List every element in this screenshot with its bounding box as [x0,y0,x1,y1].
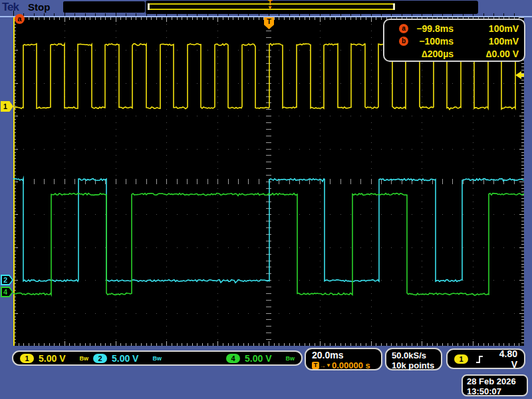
record-length: 10k points [392,360,441,370]
channel-1-badge[interactable]: 1 [20,354,34,363]
channel-2-bandwidth-icon: Bw [152,355,162,362]
trigger-position-marker[interactable]: T ▼ [265,0,275,10]
channel-1-scale: 5.00 V [39,353,65,364]
cursor-a-badge[interactable]: a [15,14,25,24]
channel-4-scale: 5.00 V [245,353,271,364]
channel-4-bandwidth-icon: Bw [286,355,295,362]
right-arrow-icon: → [319,362,326,369]
datetime-box: 28 Feb 2026 13:50:07 [462,374,528,396]
horizontal-position-value: 0.00000 s [332,360,370,370]
trigger-level-value: 4.80 V [491,348,517,370]
cursor-a-row: a −99.8ms 100mV [388,22,519,35]
horizontal-position: T→▼0.00000 s [312,360,381,370]
channel-readout-box[interactable]: 1 5.00 V Bw 2 5.00 V Bw 4 5.00 V Bw [12,350,303,366]
horizontal-readout-box[interactable]: 20.0ms T→▼0.00000 s [305,348,382,370]
trigger-source-badge: 1 [454,354,468,364]
cursor-a-time: −99.8ms [408,23,471,34]
date-value: 28 Feb 2026 [467,376,527,386]
cursor-a-value: 100mV [471,23,519,34]
trigger-caret-icon: ▼ [265,6,275,10]
channel-1-marker[interactable]: 1 [1,101,13,112]
graticule [13,17,524,346]
cursor-delta-row-spacer [399,49,408,59]
cursor-delta-row: ∆200µs ∆0.00 V [388,47,519,60]
waveform-canvas [13,17,524,346]
trigger-level-arrow-icon[interactable] [515,71,521,79]
top-tick-scale [13,11,524,16]
record-bracket-right [393,3,395,10]
rising-edge-icon [474,354,485,364]
time-value: 13:50:07 [467,386,527,396]
channel-4-marker-label: 4 [1,287,10,297]
trigger-t-box-icon: T [312,362,319,369]
cursor-b-value: 100mV [471,36,519,47]
trigger-level-arrow-tail [521,74,524,76]
cursor-a-row-badge: a [399,24,408,33]
acquisition-readout-box[interactable]: 50.0kS/s 10k points [385,348,442,370]
cursor-delta-time: ∆200µs [408,49,471,59]
horizontal-scale: 20.0ms [312,350,381,360]
sample-rate: 50.0kS/s [392,350,441,360]
channel-4-badge[interactable]: 4 [226,354,240,363]
trigger-readout-box[interactable]: 1 4.80 V [446,348,525,369]
cursor-b-row: b −100ms 100mV [388,35,519,47]
cursor-b-time: −100ms [408,36,471,47]
channel-2-scale: 5.00 V [112,353,138,364]
channel-1-bandwidth-icon: Bw [79,355,88,362]
channel-4-marker[interactable]: 4 [1,287,13,297]
cursor-readout-box: a −99.8ms 100mV b −100ms 100mV ∆200µs ∆0… [383,19,525,62]
channel-2-marker-label: 2 [1,275,10,285]
channel-2-badge[interactable]: 2 [93,354,107,363]
cursor-b-row-badge: b [399,37,408,46]
channel-2-marker[interactable]: 2 [1,275,13,285]
oscilloscope-screen: Tek Stop T ▼ a T 1 2 4 a −99.8ms [0,0,532,399]
record-bracket-left [148,3,150,10]
channel-1-marker-label: 1 [1,101,10,112]
cursor-delta-value: ∆0.00 V [471,49,519,59]
down-caret-icon: ▼ [326,362,331,369]
